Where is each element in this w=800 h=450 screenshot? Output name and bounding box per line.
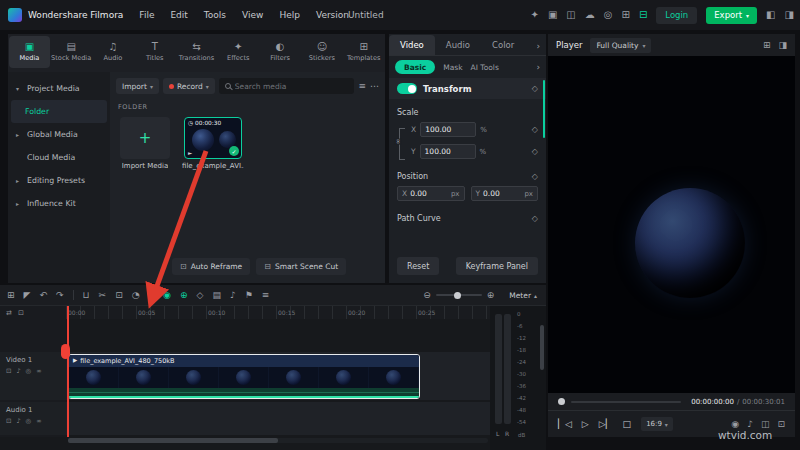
mute-icon[interactable]: ♪	[747, 420, 753, 429]
aspect-ratio-dropdown[interactable]: 16:9 ▾	[641, 417, 673, 431]
login-button[interactable]: Login	[656, 7, 697, 24]
motion-track-icon[interactable]: ⊕	[180, 291, 188, 300]
screen-recorder-icon[interactable]: ▣	[548, 10, 557, 20]
select-tool-icon[interactable]: ◤	[24, 291, 31, 300]
filter-icon[interactable]: ≡	[358, 81, 366, 91]
tab-stock-media[interactable]: ▤ Stock Media	[51, 36, 92, 68]
tab-audio[interactable]: ♫ Audio	[93, 36, 134, 68]
render-preview-icon[interactable]: ▤	[212, 291, 221, 300]
smart-scene-cut-button[interactable]: ⊟ Smart Scene Cut	[256, 258, 346, 275]
scale-y-input[interactable]: 100.00	[420, 144, 476, 159]
voiceover-mic-icon[interactable]: ♪	[230, 291, 236, 300]
zoom-out-icon[interactable]: ⊖	[423, 291, 431, 300]
tab-filters[interactable]: ◐ Filters	[260, 36, 301, 68]
tab-titles[interactable]: T Titles	[134, 36, 175, 68]
ruler-ticks[interactable]: 00:00 00:05 00:10 00:15 00:20 00:25	[66, 306, 490, 319]
next-frame-button[interactable]: ▷▏	[599, 420, 613, 429]
keyframe-diamond-icon[interactable]: ◇	[532, 214, 538, 223]
playhead-line[interactable]	[67, 306, 69, 437]
box-select-icon[interactable]: ⊡	[18, 309, 24, 317]
track-options-icon[interactable]: ⊡	[6, 418, 11, 425]
stop-button[interactable]: □	[623, 420, 632, 429]
import-media-tile[interactable]: +	[120, 117, 170, 159]
panel-toggle-icon[interactable]: ◨	[785, 10, 794, 20]
scale-x-input[interactable]: 100.00	[420, 122, 476, 137]
track-manager-icon[interactable]: ⊞	[7, 291, 15, 300]
fullscreen-icon[interactable]: ⊡	[777, 420, 785, 429]
menu-view[interactable]: View	[242, 10, 263, 20]
keyframe-panel-button[interactable]: Keyframe Panel	[456, 257, 538, 275]
compare-view-icon[interactable]: ◨	[778, 40, 787, 50]
preview-viewport[interactable]	[548, 56, 795, 393]
delete-icon[interactable]: ⊔	[83, 291, 90, 300]
split-icon[interactable]: ✂	[99, 291, 107, 300]
menu-help[interactable]: Help	[279, 10, 300, 20]
zoom-slider-thumb[interactable]	[454, 292, 461, 299]
tab-stickers[interactable]: ☺ Stickers	[301, 36, 342, 68]
crop-icon[interactable]: ⊡	[115, 291, 123, 300]
sidebar-item-influence-kit[interactable]: ▸ Influence Kit	[8, 192, 110, 215]
lock-track-icon[interactable]: ∞	[36, 368, 41, 375]
subtab-ai-tools[interactable]: AI Tools	[471, 63, 499, 72]
more-options-icon[interactable]: ⋯	[370, 81, 379, 91]
more-tools-icon[interactable]: »	[149, 291, 155, 300]
timeline-clip[interactable]: ▶ file_example_AVI_480_750kB	[68, 354, 420, 399]
mute-track-icon[interactable]: ♪	[16, 368, 20, 375]
scrollbar-thumb[interactable]	[543, 80, 546, 138]
tab-effects[interactable]: ✦ Effects	[218, 36, 259, 68]
gift-icon[interactable]: ✦	[531, 10, 539, 20]
meter-toggle[interactable]: Meter ▴	[509, 291, 537, 300]
workspace-icon[interactable]: ⊞	[622, 10, 630, 20]
playhead-handle[interactable]	[61, 344, 70, 359]
sidebar-item-global-media[interactable]: ▸ Global Media	[8, 123, 110, 146]
sidebar-item-editing-presets[interactable]: ▸ Editing Presets	[8, 169, 110, 192]
keyframe-diamond-icon[interactable]: ◇	[532, 84, 538, 93]
mini-player-icon[interactable]: ◫	[761, 420, 770, 429]
redo-icon[interactable]: ↷	[56, 291, 64, 300]
menu-version[interactable]: Version	[316, 10, 349, 20]
more-tabs-icon[interactable]: ›	[536, 41, 540, 51]
auto-reframe-button[interactable]: ⊡ Auto Reframe	[172, 258, 250, 275]
hide-track-icon[interactable]: ◎	[26, 418, 32, 425]
sidebar-item-folder[interactable]: Folder	[11, 100, 107, 123]
zoom-in-icon[interactable]: ⊕	[487, 291, 495, 300]
timeline-vertical-scrollbar[interactable]	[540, 325, 544, 370]
effects-store-icon[interactable]: ◫	[566, 10, 575, 20]
reset-button[interactable]: Reset	[397, 257, 439, 275]
seek-handle[interactable]	[558, 398, 565, 405]
subtab-basic[interactable]: Basic	[395, 60, 435, 74]
tab-templates[interactable]: ⊞ Templates	[343, 36, 384, 68]
marker-icon[interactable]: ⚑	[245, 291, 253, 300]
media-clip-thumbnail[interactable]: ◷ 00:00:30 ► ✓	[184, 117, 242, 159]
export-button[interactable]: Export ▾	[706, 7, 757, 24]
keyframe-diamond-icon[interactable]: ◇	[532, 125, 538, 134]
search-box[interactable]	[219, 78, 355, 94]
cloud-icon[interactable]: ☁	[585, 10, 595, 20]
menu-tools[interactable]: Tools	[204, 10, 226, 20]
layout-icon[interactable]: ◧	[766, 10, 775, 20]
subtab-mask[interactable]: Mask	[443, 63, 462, 72]
record-voiceover-icon[interactable]: ◉	[163, 291, 171, 300]
audio-track[interactable]: Audio 1 ⊡ ♪ ◎ ∞	[0, 402, 490, 435]
link-scale-icon[interactable]: ∞	[394, 139, 401, 145]
notifications-icon[interactable]: ◎	[604, 10, 613, 20]
speed-icon[interactable]: ◔	[132, 291, 140, 300]
undo-icon[interactable]: ↶	[39, 291, 47, 300]
mute-track-icon[interactable]: ♪	[16, 418, 20, 425]
tab-color[interactable]: Color	[481, 35, 525, 55]
tab-media[interactable]: ▣ Media	[9, 36, 50, 68]
more-subtabs-icon[interactable]: ›	[536, 62, 540, 72]
ripple-edit-icon[interactable]: ⇄	[6, 309, 12, 317]
sidebar-item-project-media[interactable]: ▾ Project Media	[8, 77, 110, 100]
zoom-slider[interactable]	[436, 294, 482, 296]
position-y-input[interactable]: Y 0.00 px	[471, 186, 539, 201]
keyframe-icon[interactable]: ◇	[196, 291, 203, 300]
keyframe-diamond-icon[interactable]: ◇	[532, 147, 538, 156]
seek-track[interactable]	[571, 401, 681, 403]
menu-file[interactable]: File	[139, 10, 154, 20]
keyframe-diamond-icon[interactable]: ◇	[532, 172, 538, 181]
track-options-icon[interactable]: ⊡	[6, 368, 11, 375]
snapshot-icon[interactable]: ◉	[731, 420, 739, 429]
transform-toggle[interactable]	[397, 83, 417, 94]
menu-edit[interactable]: Edit	[170, 10, 187, 20]
